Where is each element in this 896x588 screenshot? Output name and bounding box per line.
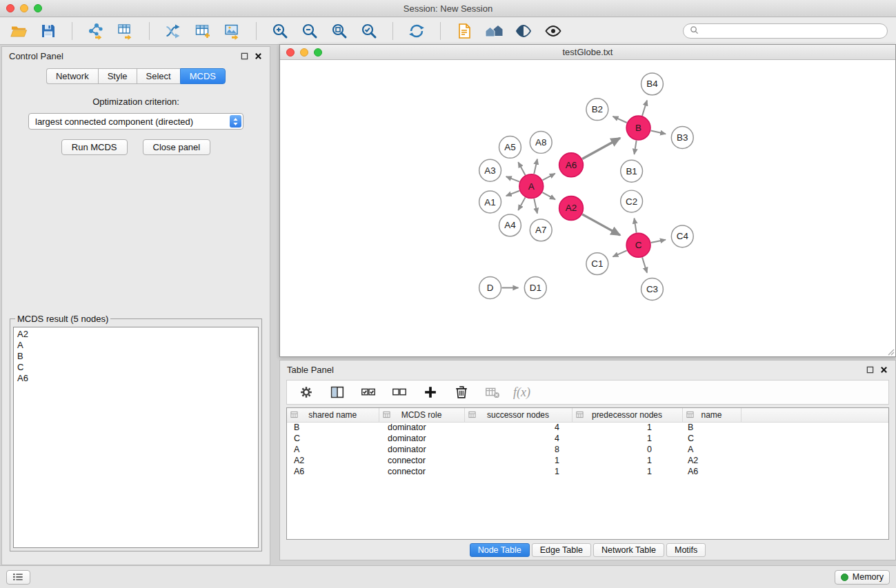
open-folder-icon[interactable] [8,21,29,41]
graph-edge-C-C3[interactable] [642,257,647,272]
graphics-details-icon[interactable] [513,21,534,41]
graph-node-B1[interactable]: B1 [621,160,643,182]
graph-edge-A-A7[interactable] [534,199,537,213]
graph-node-A1[interactable]: A1 [479,191,501,213]
close-network-window-button[interactable] [286,48,295,57]
float-table-panel-icon[interactable] [865,365,875,374]
graph-node-A7[interactable]: A7 [530,219,552,241]
tab-mcds[interactable]: MCDS [180,68,226,84]
node-table-container[interactable]: shared nameMCDS rolesuccessor nodesprede… [286,407,889,540]
tab-motifs[interactable]: Motifs [666,543,706,557]
list-item[interactable]: C [17,362,255,373]
column-header-MCDS-role[interactable]: MCDS role [379,408,464,422]
graph-node-A3[interactable]: A3 [479,159,501,181]
list-item[interactable]: B [17,351,255,362]
graph-node-C1[interactable]: C1 [586,253,608,275]
new-network-icon[interactable] [163,21,183,41]
zoom-network-window-button[interactable] [314,48,322,57]
zoom-fit-icon[interactable] [329,21,350,41]
graph-node-C[interactable]: C [626,233,650,257]
new-table-from-network-icon[interactable] [192,21,213,41]
column-header-name[interactable]: name [682,408,741,422]
zoom-selected-icon[interactable] [359,21,379,41]
graph-edge-A-A1[interactable] [506,191,519,196]
refresh-icon[interactable] [406,21,427,41]
zoom-in-icon[interactable] [270,21,290,41]
network-canvas[interactable]: B4B2BB3A5A8A6B1A3AC2A1A2A4A7C4CC1C3DD1 [280,61,895,356]
function-builder-button[interactable]: f(x) [513,385,530,400]
graph-node-C4[interactable]: C4 [671,225,693,247]
graph-node-A6[interactable]: A6 [559,153,584,177]
column-header-successor-nodes[interactable]: successor nodes [464,408,572,422]
add-icon[interactable] [420,382,441,403]
tab-edge-table[interactable]: Edge Table [532,543,591,557]
graph-node-B[interactable]: B [626,116,650,140]
graph-edge-A-A5[interactable] [518,162,525,175]
graph-edge-B-B4[interactable] [642,101,647,116]
graph-edge-A-A4[interactable] [518,197,525,210]
window-resize-grip[interactable] [886,347,895,356]
graph-edge-B-B2[interactable] [613,116,627,123]
birds-eye-view-icon[interactable] [543,21,564,41]
close-panel-icon[interactable] [253,51,263,61]
graph-edge-A-A6[interactable] [543,174,555,181]
graph-node-A[interactable]: A [519,174,544,199]
delete-icon[interactable] [451,382,472,403]
save-icon[interactable] [38,21,59,41]
search-input[interactable] [702,26,881,36]
graph-edge-C-C2[interactable] [635,219,637,233]
network-window-titlebar[interactable]: testGlobe.txt [280,45,895,60]
minimize-network-window-button[interactable] [300,48,308,57]
graph-edge-C-C4[interactable] [651,240,666,243]
graph-node-C3[interactable]: C3 [641,278,664,301]
graph-edge-A-A3[interactable] [506,176,519,181]
tab-style[interactable]: Style [98,68,137,84]
table-row[interactable]: Bdominator41B [287,422,888,433]
graph-edge-C-C1[interactable] [613,250,627,256]
export-image-icon[interactable] [222,21,243,41]
table-row[interactable]: Cdominator41C [287,433,888,444]
float-panel-icon[interactable] [239,51,249,61]
list-item[interactable]: A6 [17,373,255,384]
column-header-predecessor-nodes[interactable]: predecessor nodes [572,408,682,422]
graph-edge-A-A2[interactable] [542,192,555,199]
memory-button[interactable]: Memory [835,570,890,585]
close-window-button[interactable] [6,4,14,12]
delete-table-icon[interactable] [482,382,503,403]
list-item[interactable]: A [17,340,255,351]
minimize-window-button[interactable] [20,4,28,12]
search-box[interactable] [683,23,888,39]
network-graph[interactable]: B4B2BB3A5A8A6B1A3AC2A1A2A4A7C4CC1C3DD1 [280,61,895,356]
run-mcds-button[interactable]: Run MCDS [61,139,128,155]
graph-node-A4[interactable]: A4 [499,214,521,236]
graph-node-C2[interactable]: C2 [621,190,643,212]
layout-document-icon[interactable] [454,21,475,41]
select-all-icon[interactable] [358,382,379,403]
table-row[interactable]: Adominator80A [287,444,888,455]
tab-node-table[interactable]: Node Table [470,543,530,557]
tab-network-table[interactable]: Network Table [593,543,664,557]
zoom-window-button[interactable] [34,4,42,12]
mcds-result-list[interactable]: A2ABCA6 [13,327,259,548]
show-columns-icon[interactable] [327,382,348,403]
graph-node-B3[interactable]: B3 [671,127,693,149]
tab-select[interactable]: Select [137,68,180,84]
criterion-select[interactable]: largest connected component (directed) [28,113,243,130]
task-history-button[interactable] [6,570,30,585]
tab-network[interactable]: Network [46,68,98,84]
table-row[interactable]: A2connector11A2 [287,455,888,466]
close-table-panel-icon[interactable] [879,365,888,374]
graph-node-D[interactable]: D [479,277,501,299]
settings-icon[interactable] [296,382,317,403]
column-header-shared-name[interactable]: shared name [287,408,379,422]
graph-node-B2[interactable]: B2 [586,99,608,121]
import-table-from-file-icon[interactable] [115,21,136,41]
list-item[interactable]: A2 [17,329,255,340]
graph-node-A5[interactable]: A5 [499,136,521,158]
graph-node-A2[interactable]: A2 [559,196,584,221]
graph-edge-A2-C[interactable] [582,214,620,235]
zoom-out-icon[interactable] [299,21,320,41]
graph-edge-A6-B[interactable] [582,138,620,159]
graph-edge-B-B1[interactable] [635,141,637,154]
home-icon[interactable] [484,21,504,41]
